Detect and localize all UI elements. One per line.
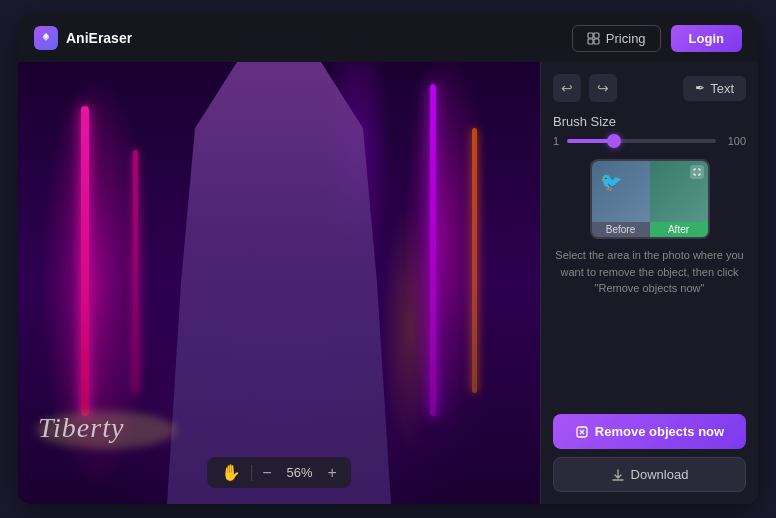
brush-size-section: Brush Size 1 100 [553, 114, 746, 147]
canvas-area[interactable]: Tiberty ✋ − 56% + [18, 62, 540, 504]
panel-toolbar: ↩ ↪ ✒ Text [553, 74, 746, 102]
pricing-icon [587, 32, 600, 45]
zoom-divider [251, 465, 252, 481]
canvas-image: Tiberty [18, 62, 540, 504]
logo-area: AniEraser [34, 26, 132, 50]
zoom-in-button[interactable]: + [328, 465, 337, 481]
preview-card: 🐦 Before After [590, 159, 710, 239]
expand-icon[interactable] [690, 165, 704, 179]
zoom-controls: ✋ − 56% + [207, 457, 351, 488]
neon-bar-left-2 [133, 150, 138, 393]
app-window: AniEraser Pricing Login [18, 14, 758, 504]
login-button[interactable]: Login [671, 25, 742, 52]
preview-section: 🐦 Before After Select the area in the ph… [553, 159, 746, 297]
toolbar-icons: ↩ ↪ [553, 74, 617, 102]
slider-max-label: 100 [722, 135, 746, 147]
neon-bar-right-2 [472, 128, 477, 393]
remove-objects-button[interactable]: Remove objects now [553, 414, 746, 449]
zoom-out-button[interactable]: − [262, 465, 271, 481]
pricing-button[interactable]: Pricing [572, 25, 661, 52]
download-icon [611, 468, 625, 482]
logo-icon [34, 26, 58, 50]
text-label: Text [710, 81, 734, 96]
text-button[interactable]: ✒ Text [683, 76, 746, 101]
brush-size-label: Brush Size [553, 114, 746, 129]
brush-size-slider[interactable] [567, 139, 716, 143]
zoom-level: 56% [282, 465, 318, 480]
pricing-label: Pricing [606, 31, 646, 46]
svg-rect-3 [594, 39, 599, 44]
neon-bar-left [81, 106, 89, 415]
slider-min-label: 1 [553, 135, 561, 147]
before-label: Before [592, 222, 650, 237]
slider-container: 1 100 [553, 135, 746, 147]
login-label: Login [689, 31, 724, 46]
app-title: AniEraser [66, 30, 132, 46]
neon-bar-right-1 [430, 84, 436, 416]
header: AniEraser Pricing Login [18, 14, 758, 62]
undo-button[interactable]: ↩ [553, 74, 581, 102]
svg-rect-0 [588, 33, 593, 38]
header-actions: Pricing Login [572, 25, 742, 52]
svg-rect-2 [588, 39, 593, 44]
after-label: After [650, 222, 708, 237]
redo-button[interactable]: ↪ [589, 74, 617, 102]
instruction-text: Select the area in the photo where you w… [553, 247, 746, 297]
watermark-text: Tiberty [38, 412, 124, 444]
download-label: Download [631, 467, 689, 482]
right-panel: ↩ ↪ ✒ Text Brush Size 1 100 [540, 62, 758, 504]
hand-tool-icon[interactable]: ✋ [221, 463, 241, 482]
preview-labels: Before After [592, 222, 708, 237]
main-content: Tiberty ✋ − 56% + ↩ ↪ ✒ Text [18, 62, 758, 504]
download-button[interactable]: Download [553, 457, 746, 492]
bottom-buttons: Remove objects now Download [553, 414, 746, 492]
bird-icon: 🐦 [600, 171, 622, 193]
remove-objects-label: Remove objects now [595, 424, 724, 439]
remove-icon [575, 425, 589, 439]
text-icon: ✒ [695, 81, 705, 95]
svg-rect-1 [594, 33, 599, 38]
